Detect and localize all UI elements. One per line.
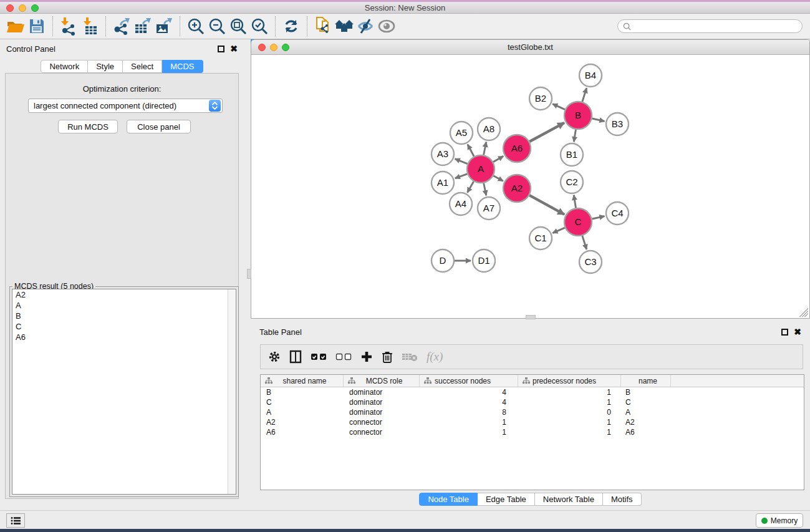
tab-style[interactable]: Style: [88, 60, 123, 73]
optimization-criterion-select[interactable]: largest connected component (directed): [28, 99, 223, 113]
node-A3[interactable]: A3: [432, 143, 454, 165]
new-network-from-selection-button[interactable]: [312, 16, 334, 37]
refresh-layout-button[interactable]: [281, 16, 302, 37]
export-image-button[interactable]: [153, 16, 175, 37]
column-header-shared-name[interactable]: shared name: [261, 375, 344, 387]
table-tab-node-table[interactable]: Node Table: [419, 493, 478, 506]
network-zoom-button[interactable]: [282, 44, 289, 51]
task-history-button[interactable]: [6, 513, 25, 528]
memory-button[interactable]: Memory: [756, 513, 803, 528]
mcds-result-item[interactable]: B: [12, 311, 236, 321]
unselect-all-columns-button[interactable]: [335, 349, 352, 365]
node-A2[interactable]: A2: [503, 175, 531, 202]
node-B1[interactable]: B1: [561, 143, 583, 166]
create-column-button[interactable]: [360, 349, 373, 365]
edge-C-C2[interactable]: [574, 195, 576, 208]
search-box[interactable]: [617, 19, 803, 33]
edge-A-A7[interactable]: [484, 183, 486, 196]
close-panel-button[interactable]: Close panel: [127, 120, 191, 133]
node-C[interactable]: C: [564, 208, 592, 236]
mcds-result-item[interactable]: A6: [12, 332, 236, 342]
node-C2[interactable]: C2: [561, 171, 583, 193]
export-table-button[interactable]: [132, 16, 153, 37]
zoom-selected-button[interactable]: [249, 16, 270, 37]
open-file-button[interactable]: [5, 16, 26, 37]
node-B3[interactable]: B3: [606, 113, 629, 135]
edge-A6-B[interactable]: [529, 123, 564, 142]
export-network-button[interactable]: [111, 16, 132, 37]
column-header-name[interactable]: name: [621, 375, 671, 387]
node-B4[interactable]: B4: [579, 64, 602, 87]
edge-B-B3[interactable]: [592, 118, 604, 121]
edge-B-B4[interactable]: [582, 88, 587, 102]
network-window-titlebar[interactable]: testGlobe.txt: [251, 40, 809, 55]
main-titlebar[interactable]: Session: New Session: [0, 2, 810, 14]
edge-A-A2[interactable]: [493, 176, 503, 181]
node-C3[interactable]: C3: [579, 251, 602, 273]
network-canvas[interactable]: B4B2BB3A8A5A6A3B1AC2A1A2A4A7C4CC1DC3D1: [251, 56, 809, 318]
select-all-columns-button[interactable]: [311, 349, 327, 365]
zoom-fit-button[interactable]: [228, 16, 249, 37]
table-row[interactable]: Cdominator41C: [261, 397, 804, 407]
tab-select[interactable]: Select: [123, 60, 162, 73]
close-window-button[interactable]: [6, 4, 14, 12]
delete-table-button[interactable]: [402, 349, 418, 365]
edge-A-A6[interactable]: [493, 156, 503, 162]
node-C1[interactable]: C1: [529, 227, 552, 249]
table-tab-motifs[interactable]: Motifs: [603, 493, 642, 506]
zoom-window-button[interactable]: [31, 4, 39, 12]
edge-A-A3[interactable]: [455, 159, 468, 164]
edge-A-A4[interactable]: [467, 181, 473, 193]
split-pane-handle-vertical[interactable]: [247, 269, 251, 279]
zoom-in-button[interactable]: [185, 16, 206, 37]
node-A6[interactable]: A6: [503, 135, 531, 162]
edge-A-A1[interactable]: [455, 174, 468, 178]
column-header-successor-nodes[interactable]: successor nodes: [420, 375, 518, 387]
run-mcds-button[interactable]: Run MCDS: [58, 120, 118, 133]
close-panel-icon[interactable]: ✖: [794, 329, 801, 336]
show-columns-button[interactable]: [289, 349, 302, 365]
table-row[interactable]: Adominator80A: [261, 407, 804, 417]
edge-B-B2[interactable]: [552, 104, 565, 110]
zoom-out-button[interactable]: [206, 16, 228, 37]
table-tab-network-table[interactable]: Network Table: [535, 493, 603, 506]
tab-mcds[interactable]: MCDS: [162, 60, 203, 73]
node-B2[interactable]: B2: [529, 87, 552, 110]
column-header-predecessor-nodes[interactable]: predecessor nodes: [518, 375, 621, 387]
table-row[interactable]: A2connector11A2: [261, 417, 804, 427]
table-tab-edge-table[interactable]: Edge Table: [478, 493, 535, 506]
scrollbar-track[interactable]: [228, 289, 236, 494]
minimize-window-button[interactable]: [19, 4, 26, 12]
edge-C-C4[interactable]: [592, 216, 604, 219]
edge-C-C3[interactable]: [582, 236, 587, 249]
edge-A-A5[interactable]: [468, 145, 474, 157]
table-row[interactable]: Bdominator41B: [261, 387, 804, 397]
table-settings-button[interactable]: [268, 349, 281, 365]
node-A8[interactable]: A8: [478, 118, 500, 140]
import-table-button[interactable]: [79, 16, 100, 37]
node-C4[interactable]: C4: [606, 202, 629, 225]
edge-C-C1[interactable]: [552, 228, 565, 233]
mcds-result-item[interactable]: C: [12, 321, 236, 332]
window-resize-grip[interactable]: [799, 308, 808, 317]
show-hide-graphics-details-button[interactable]: [355, 16, 376, 37]
float-panel-icon[interactable]: [218, 46, 224, 52]
function-builder-button[interactable]: f(x): [427, 349, 443, 365]
close-panel-icon[interactable]: ✖: [230, 46, 238, 52]
float-panel-icon[interactable]: [781, 329, 788, 336]
node-D1[interactable]: D1: [473, 249, 495, 272]
edge-B-B1[interactable]: [574, 130, 576, 142]
node-A1[interactable]: A1: [432, 172, 454, 194]
node-A5[interactable]: A5: [450, 122, 473, 144]
first-neighbors-button[interactable]: [334, 16, 355, 37]
node-A[interactable]: A: [467, 155, 494, 183]
search-input[interactable]: [634, 22, 797, 31]
node-D[interactable]: D: [432, 249, 454, 272]
network-minimize-button[interactable]: [270, 44, 277, 51]
save-session-button[interactable]: [26, 16, 47, 37]
tab-network[interactable]: Network: [41, 60, 88, 73]
node-B[interactable]: B: [564, 102, 592, 129]
split-pane-handle-horizontal[interactable]: [526, 315, 536, 319]
edge-A-A8[interactable]: [484, 142, 486, 155]
edge-A2-C[interactable]: [529, 195, 564, 215]
